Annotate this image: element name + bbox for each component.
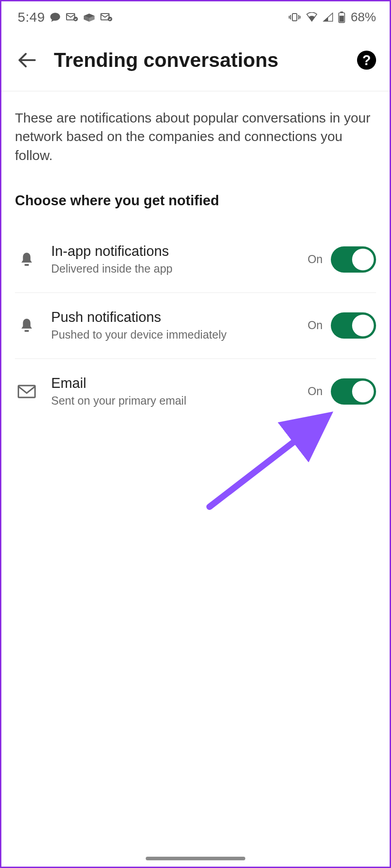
battery-text: 68% bbox=[351, 10, 376, 24]
toggle-email[interactable] bbox=[331, 378, 376, 405]
home-indicator[interactable] bbox=[146, 857, 245, 860]
back-button[interactable] bbox=[12, 46, 41, 75]
status-time: 5:49 bbox=[18, 9, 45, 25]
wifi-icon bbox=[305, 12, 318, 22]
status-left: 5:49 bbox=[18, 9, 113, 25]
setting-title-inapp: In-app notifications bbox=[51, 243, 308, 259]
setting-row-email: Email Sent on your primary email On bbox=[15, 359, 376, 425]
help-button[interactable]: ? bbox=[356, 50, 377, 71]
bell-icon bbox=[15, 316, 38, 335]
envelope-icon bbox=[15, 384, 38, 399]
box-icon bbox=[83, 12, 95, 22]
toggle-push[interactable] bbox=[331, 312, 376, 339]
content-area: These are notifications about popular co… bbox=[1, 91, 390, 425]
svg-rect-11 bbox=[339, 16, 344, 22]
svg-line-18 bbox=[210, 431, 308, 507]
toggle-inapp[interactable] bbox=[331, 246, 376, 273]
setting-title-push: Push notifications bbox=[51, 309, 308, 326]
bell-icon bbox=[15, 250, 38, 269]
app-header: Trending conversations ? bbox=[1, 29, 390, 91]
mail-icon-2 bbox=[100, 12, 113, 22]
svg-rect-10 bbox=[340, 12, 343, 13]
battery-icon bbox=[338, 11, 345, 23]
help-circle-icon: ? bbox=[356, 50, 377, 71]
svg-rect-4 bbox=[292, 14, 297, 21]
setting-state-push: On bbox=[308, 319, 323, 332]
arrow-left-icon bbox=[16, 49, 38, 71]
page-title: Trending conversations bbox=[54, 49, 356, 71]
setting-text-inapp: In-app notifications Delivered inside th… bbox=[51, 243, 308, 275]
setting-state-email: On bbox=[308, 385, 323, 398]
chat-bubble-icon bbox=[49, 11, 61, 23]
status-right: 68% bbox=[288, 10, 376, 24]
mail-icon-1 bbox=[66, 12, 78, 22]
svg-rect-16 bbox=[24, 330, 29, 332]
status-bar: 5:49 68% bbox=[1, 1, 390, 29]
setting-subtitle-inapp: Delivered inside the app bbox=[51, 262, 308, 275]
setting-title-email: Email bbox=[51, 375, 308, 392]
setting-row-inapp: In-app notifications Delivered inside th… bbox=[15, 227, 376, 293]
setting-text-push: Push notifications Pushed to your device… bbox=[51, 309, 308, 341]
svg-point-1 bbox=[73, 17, 78, 21]
setting-row-push: Push notifications Pushed to your device… bbox=[15, 293, 376, 359]
setting-state-inapp: On bbox=[308, 253, 323, 266]
setting-subtitle-push: Pushed to your device immediately bbox=[51, 328, 308, 341]
setting-subtitle-email: Sent on your primary email bbox=[51, 394, 308, 407]
svg-point-3 bbox=[108, 17, 112, 21]
setting-text-email: Email Sent on your primary email bbox=[51, 375, 308, 407]
svg-rect-17 bbox=[19, 386, 35, 397]
vibrate-icon bbox=[288, 12, 301, 22]
section-heading: Choose where you get notified bbox=[15, 193, 376, 209]
signal-icon bbox=[323, 12, 334, 22]
svg-text:?: ? bbox=[362, 52, 371, 68]
page-description: These are notifications about popular co… bbox=[15, 108, 376, 165]
svg-rect-15 bbox=[24, 264, 29, 266]
